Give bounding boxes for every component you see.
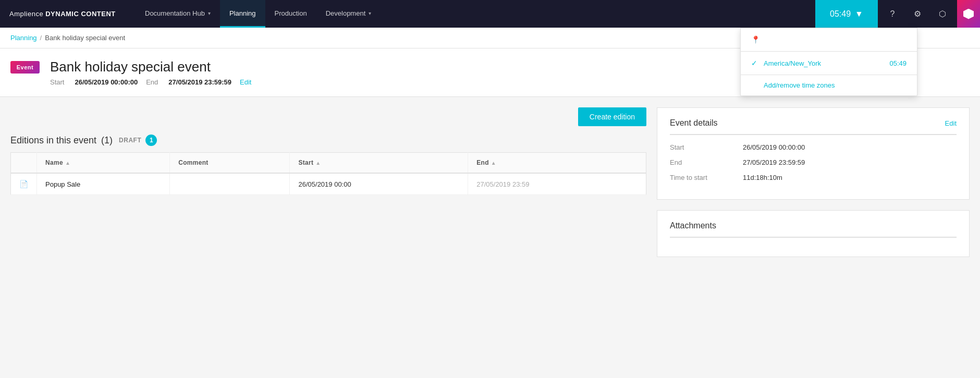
- start-value: 26/05/2019 00:00:00: [75, 78, 138, 86]
- create-edition-button[interactable]: Create edition: [578, 107, 646, 126]
- top-nav: Amplience Dynamic Content Documentation …: [0, 0, 980, 28]
- detail-end-value: 27/05/2019 23:59:59: [743, 158, 805, 166]
- nav-development-chevron: ▾: [369, 10, 371, 16]
- timezone-london-name: Europe/London: [766, 36, 883, 44]
- detail-time-value: 11d:18h:10m: [743, 174, 782, 181]
- nav-icon-group: ? ⚙ ⬡: [878, 0, 957, 28]
- timezone-item-london[interactable]: 📍 Europe/London 10:49: [741, 28, 917, 51]
- settings-icon: ⚙: [914, 9, 921, 19]
- editions-count: (1): [101, 135, 113, 145]
- table-row[interactable]: 📄 Popup Sale 26/05/2019 00:00 27/05/2019…: [11, 173, 646, 195]
- check-icon: ✓: [751, 59, 757, 67]
- event-edit-link[interactable]: Edit: [240, 78, 251, 86]
- sort-name[interactable]: Name ▲: [45, 159, 70, 166]
- detail-time-row: Time to start 11d:18h:10m: [670, 174, 957, 181]
- brand-suffix: Dynamic Content: [45, 10, 116, 18]
- end-value: 27/05/2019 23:59:59: [168, 78, 231, 86]
- start-label: Start: [50, 78, 64, 86]
- edition-end: 27/05/2019 23:59: [476, 180, 529, 188]
- attachments-header: Attachments: [670, 221, 957, 238]
- nav-right: 05:49 ▼ ? ⚙ ⬡: [815, 0, 980, 28]
- sort-start-icon: ▲: [315, 160, 321, 166]
- current-time: 05:49: [830, 9, 851, 19]
- right-panel: Event details Edit Start 26/05/2019 00:0…: [657, 107, 970, 374]
- brand-prefix: Amplience: [9, 10, 43, 18]
- brand-logo[interactable]: Amplience Dynamic Content: [0, 0, 136, 28]
- th-comment-label: Comment: [178, 159, 208, 166]
- detail-start-label: Start: [670, 143, 743, 151]
- row-icon-cell: 📄: [11, 173, 37, 195]
- breadcrumb-separator: /: [40, 34, 42, 42]
- timezone-button[interactable]: 05:49 ▼: [815, 0, 878, 28]
- doc-icon: 📄: [19, 180, 28, 188]
- time-chevron: ▼: [855, 9, 863, 19]
- main-content: Create edition Editions in this event (1…: [0, 97, 980, 378]
- breadcrumb-current-page: Bank holiday special event: [45, 34, 125, 42]
- nav-docs-hub-chevron: ▾: [208, 10, 211, 16]
- timezone-dropdown: 📍 Europe/London 10:49 ✓ America/New_York…: [740, 28, 917, 96]
- detail-start-row: Start 26/05/2019 00:00:00: [670, 143, 957, 151]
- attachments-title: Attachments: [670, 221, 716, 230]
- th-name-label: Name: [45, 159, 63, 166]
- detail-end-row: End 27/05/2019 23:59:59: [670, 158, 957, 166]
- nav-docs-hub-label: Documentation Hub: [145, 9, 205, 17]
- event-title: Bank holiday special event: [50, 59, 251, 75]
- row-start-cell: 26/05/2019 00:00: [290, 173, 468, 195]
- editions-table: Name ▲ Comment Start ▲: [10, 152, 646, 195]
- nav-planning-label: Planning: [229, 9, 256, 17]
- attachments-card: Attachments: [657, 210, 970, 257]
- th-end: End ▲: [468, 153, 646, 174]
- add-remove-timezones-link[interactable]: Add/remove time zones: [741, 75, 917, 95]
- timezone-item-newyork[interactable]: ✓ America/New_York 05:49: [741, 52, 917, 75]
- nav-item-planning[interactable]: Planning: [220, 0, 265, 28]
- timezone-london-time: 10:49: [889, 36, 906, 44]
- draft-count-badge: 1: [145, 135, 157, 146]
- details-edit-link[interactable]: Edit: [945, 119, 957, 127]
- nav-item-production[interactable]: Production: [265, 0, 316, 28]
- th-start: Start ▲: [290, 153, 468, 174]
- timezone-newyork-name: America/New_York: [764, 59, 883, 67]
- row-comment-cell: [170, 173, 290, 195]
- sort-start[interactable]: Start ▲: [298, 159, 321, 166]
- breadcrumb-planning-link[interactable]: Planning: [10, 34, 37, 42]
- help-icon: ?: [890, 9, 895, 19]
- event-type-badge: Event: [10, 61, 40, 74]
- sort-end-icon: ▲: [491, 160, 496, 166]
- table-header-row: Name ▲ Comment Start ▲: [11, 153, 646, 174]
- event-info: Bank holiday special event Start 26/05/2…: [50, 59, 251, 86]
- publish-button[interactable]: ⬡: [934, 6, 951, 22]
- th-icon: [11, 153, 37, 174]
- sort-end[interactable]: End ▲: [476, 159, 496, 166]
- nav-production-label: Production: [275, 9, 307, 17]
- detail-start-value: 26/05/2019 00:00:00: [743, 143, 805, 151]
- logo-corner: [957, 0, 980, 28]
- publish-icon: ⬡: [939, 9, 946, 19]
- nav-item-docs-hub[interactable]: Documentation Hub ▾: [136, 0, 220, 28]
- draft-badge-row: DRAFT 1: [119, 135, 157, 146]
- th-comment: Comment: [170, 153, 290, 174]
- nav-items: Documentation Hub ▾ Planning Production …: [136, 0, 815, 28]
- th-name: Name ▲: [37, 153, 170, 174]
- pin-icon: 📍: [751, 35, 760, 44]
- detail-time-label: Time to start: [670, 174, 743, 181]
- sort-name-icon: ▲: [65, 160, 70, 166]
- end-label: End: [146, 78, 158, 86]
- edition-name: Popup Sale: [45, 180, 80, 188]
- editions-title-text: Editions in this event: [10, 135, 96, 145]
- row-end-cell: 27/05/2019 23:59: [468, 173, 646, 195]
- nav-item-development[interactable]: Development ▾: [316, 0, 381, 28]
- details-title: Event details: [670, 118, 718, 128]
- th-start-label: Start: [298, 159, 313, 166]
- left-panel: Create edition Editions in this event (1…: [10, 107, 646, 374]
- timezone-newyork-time: 05:49: [889, 59, 906, 67]
- settings-button[interactable]: ⚙: [909, 6, 926, 22]
- editions-title: Editions in this event (1): [10, 135, 113, 146]
- row-name-cell: Popup Sale: [37, 173, 170, 195]
- details-header: Event details Edit: [670, 118, 957, 135]
- edition-start: 26/05/2019 00:00: [298, 180, 351, 188]
- event-details-card: Event details Edit Start 26/05/2019 00:0…: [657, 107, 970, 200]
- draft-label: DRAFT: [119, 137, 141, 144]
- detail-end-label: End: [670, 158, 743, 166]
- help-button[interactable]: ?: [884, 6, 901, 22]
- event-meta: Start 26/05/2019 00:00:00 End 27/05/2019…: [50, 78, 251, 86]
